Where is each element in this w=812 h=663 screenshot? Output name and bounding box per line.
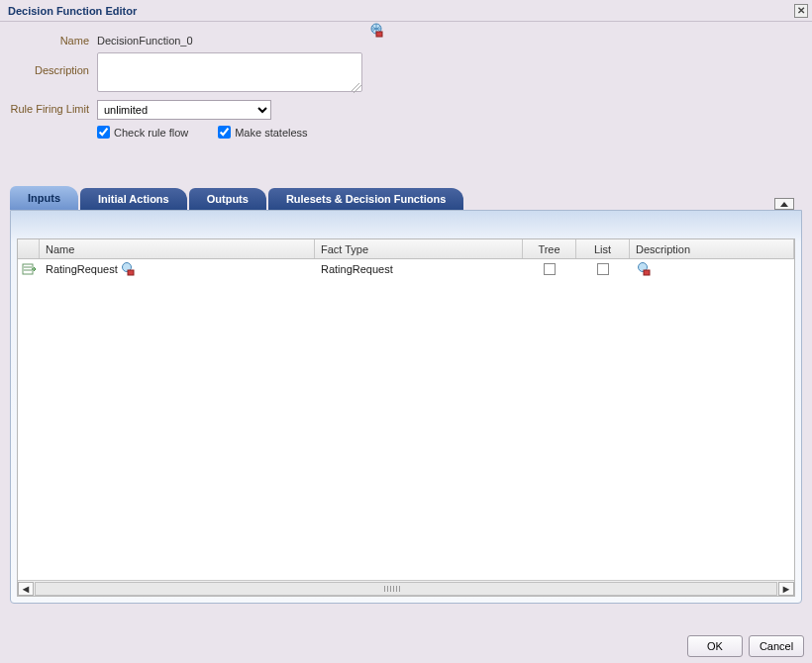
table-row[interactable]: RatingRequest RatingRequest [18,259,794,279]
list-checkbox[interactable] [597,263,609,275]
cell-description[interactable] [630,259,794,279]
tabstrip: Inputs Initial Actions Outputs Rulesets … [10,186,802,210]
svg-rect-1 [376,32,382,37]
check-rule-flow-box[interactable] [97,126,110,139]
tab-outputs[interactable]: Outputs [189,188,266,210]
cancel-button[interactable]: Cancel [749,635,804,657]
title-bar: Decision Function Editor ✕ [0,0,812,22]
horizontal-scrollbar[interactable]: ◄ ► [18,580,794,596]
inputs-grid: Name Fact Type Tree List Description Rat… [17,238,795,597]
row-name: Name DecisionFunction_0 [10,32,798,47]
make-stateless-label: Make stateless [235,127,307,139]
scroll-left-icon[interactable]: ◄ [18,582,34,596]
row-rule-limit: Rule Firing Limit unlimited [10,100,798,120]
tree-checkbox[interactable] [544,263,556,275]
cell-name[interactable]: RatingRequest [40,259,315,279]
grid-header-list[interactable]: List [576,239,630,258]
rule-limit-label: Rule Firing Limit [10,100,97,115]
check-rule-flow[interactable]: Check rule flow [97,126,188,139]
resize-grip-icon[interactable] [352,83,361,93]
svg-rect-4 [128,270,134,275]
dialog-title: Decision Function Editor [8,5,137,17]
dialog-buttons: OK Cancel [687,635,804,657]
check-row: Check rule flow Make stateless [97,126,308,139]
tab-content: Name Fact Type Tree List Description Rat… [10,210,802,604]
collapse-toggle-icon[interactable] [774,198,794,210]
locale-flag-icon[interactable] [368,23,384,39]
cell-tree[interactable] [523,261,576,277]
grid-header-facttype[interactable]: Fact Type [315,239,523,258]
grid-header-description[interactable]: Description [630,239,794,258]
check-rule-flow-label: Check rule flow [114,127,188,139]
description-input[interactable] [97,52,362,92]
locale-flag-icon[interactable] [120,261,136,277]
description-label: Description [10,52,97,76]
row-type-icon [18,261,40,277]
grid-header-iconcol [18,239,40,258]
form-area: Name DecisionFunction_0 Description Rule… [0,22,812,148]
name-value: DecisionFunction_0 [97,32,193,47]
locale-flag-icon[interactable] [636,261,652,277]
name-label: Name [10,32,97,47]
tabs-area: Inputs Initial Actions Outputs Rulesets … [10,186,802,604]
cell-list[interactable] [576,261,630,277]
make-stateless[interactable]: Make stateless [218,126,307,139]
row-checks: Check rule flow Make stateless [10,126,798,139]
tab-inputs[interactable]: Inputs [10,186,78,210]
svg-rect-2 [23,264,33,274]
cell-name-text: RatingRequest [46,263,118,275]
scroll-right-icon[interactable]: ► [778,582,794,596]
svg-rect-6 [644,270,650,275]
close-icon[interactable]: ✕ [794,4,808,18]
grid-header-tree[interactable]: Tree [523,239,576,258]
grid-body: RatingRequest RatingRequest [18,259,794,580]
description-wrap [97,52,362,94]
grid-header-name[interactable]: Name [40,239,315,258]
tab-initial-actions[interactable]: Initial Actions [80,188,187,210]
cell-facttype[interactable]: RatingRequest [315,261,523,277]
rule-limit-select[interactable]: unlimited [97,100,271,120]
row-description: Description [10,52,798,94]
grid-header: Name Fact Type Tree List Description [18,239,794,259]
scroll-track[interactable] [35,582,777,596]
tab-rulesets[interactable]: Rulesets & Decision Functions [268,188,463,210]
ok-button[interactable]: OK [687,635,743,657]
make-stateless-box[interactable] [218,126,231,139]
